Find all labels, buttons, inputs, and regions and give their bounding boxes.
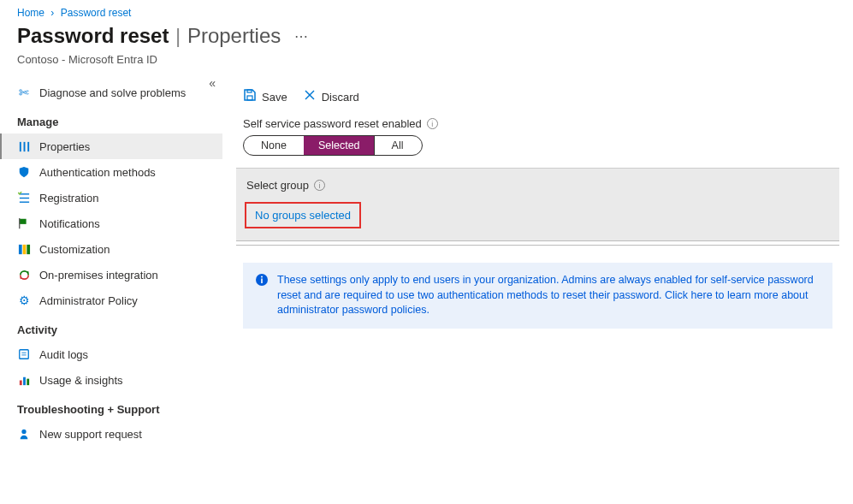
svg-rect-15 xyxy=(23,377,26,384)
sidebar-item-label: Notifications xyxy=(39,217,100,230)
select-group-section: Select group i No groups selected xyxy=(236,168,839,241)
info-icon[interactable]: i xyxy=(427,118,438,129)
sidebar-item-label: Registration xyxy=(39,192,98,205)
section-manage: Manage xyxy=(0,105,222,133)
support-icon xyxy=(17,427,31,441)
svg-rect-0 xyxy=(19,141,21,151)
sidebar-item-usage-insights[interactable]: Usage & insights xyxy=(0,367,222,393)
sync-icon xyxy=(17,268,31,282)
palette-icon xyxy=(17,242,31,256)
sidebar-item-label: Audit logs xyxy=(39,348,88,361)
svg-rect-10 xyxy=(27,244,30,253)
wrench-icon: ✄ xyxy=(17,86,31,99)
page-header: Password reset | Properties ⋯ xyxy=(0,22,853,53)
sidebar-item-diagnose[interactable]: ✄ Diagnose and solve problems xyxy=(0,80,222,105)
svg-rect-14 xyxy=(19,380,21,385)
svg-rect-9 xyxy=(22,244,26,253)
sspr-option-all[interactable]: All xyxy=(374,136,423,155)
sidebar-item-audit-logs[interactable]: Audit logs xyxy=(0,341,222,367)
svg-point-17 xyxy=(21,430,26,434)
svg-rect-11 xyxy=(20,350,29,359)
more-actions-button[interactable]: ⋯ xyxy=(291,28,311,44)
svg-point-24 xyxy=(261,276,263,278)
svg-rect-2 xyxy=(27,141,29,151)
sidebar-item-registration[interactable]: Registration xyxy=(0,185,222,210)
sspr-option-none[interactable]: None xyxy=(244,136,304,155)
save-label: Save xyxy=(262,91,287,104)
sidebar-item-label: Diagnose and solve problems xyxy=(39,86,186,99)
divider xyxy=(236,245,839,246)
info-icon xyxy=(255,273,269,318)
breadcrumb-current[interactable]: Password reset xyxy=(61,7,132,19)
discard-button[interactable]: Discard xyxy=(303,88,359,105)
gear-icon: ⚙ xyxy=(17,294,31,307)
info-banner-text[interactable]: These settings only apply to end users i… xyxy=(277,273,820,318)
sidebar-item-label: On-premises integration xyxy=(39,269,158,282)
close-icon xyxy=(303,88,317,105)
breadcrumb: Home › Password reset xyxy=(0,0,853,22)
svg-rect-1 xyxy=(23,141,25,151)
info-icon[interactable]: i xyxy=(314,180,325,191)
toolbar: Save Discard xyxy=(236,86,839,116)
sidebar-item-label: Administrator Policy xyxy=(39,294,138,307)
chevron-right-icon: › xyxy=(50,7,54,19)
select-group-label: Select group i xyxy=(245,177,831,197)
sidebar-item-label: New support request xyxy=(39,428,142,441)
svg-rect-6 xyxy=(20,219,27,224)
sidebar-item-label: Authentication methods xyxy=(39,166,156,179)
log-icon xyxy=(17,347,31,361)
main-content: Save Discard Self service password reset… xyxy=(222,76,853,464)
sidebar-item-properties[interactable]: Properties xyxy=(0,133,222,159)
tenant-subtitle: Contoso - Microsoft Entra ID xyxy=(0,53,853,76)
section-activity: Activity xyxy=(0,313,222,341)
sspr-enabled-label: Self service password reset enabled i xyxy=(236,116,839,135)
sidebar-item-admin-policy[interactable]: ⚙ Administrator Policy xyxy=(0,288,222,313)
sidebar: « ✄ Diagnose and solve problems Manage P… xyxy=(0,76,222,464)
sidebar-item-customization[interactable]: Customization xyxy=(0,236,222,262)
shield-icon xyxy=(17,165,31,179)
chart-icon xyxy=(17,373,31,387)
sidebar-item-onprem[interactable]: On-premises integration xyxy=(0,262,222,288)
svg-rect-16 xyxy=(27,378,29,385)
sidebar-item-support[interactable]: New support request xyxy=(0,421,222,447)
svg-rect-19 xyxy=(247,90,252,92)
page-section: Properties xyxy=(187,24,281,47)
page-title: Password reset xyxy=(17,24,169,47)
svg-rect-23 xyxy=(261,279,263,284)
breadcrumb-home[interactable]: Home xyxy=(17,7,44,19)
svg-rect-8 xyxy=(18,244,21,253)
discard-label: Discard xyxy=(322,91,359,104)
save-icon xyxy=(243,88,257,105)
sidebar-item-label: Usage & insights xyxy=(39,374,123,387)
no-groups-selected-link[interactable]: No groups selected xyxy=(255,209,351,222)
checklist-icon xyxy=(17,191,31,205)
sspr-option-selected[interactable]: Selected xyxy=(304,136,374,155)
sliders-icon xyxy=(17,139,31,153)
flag-icon xyxy=(17,216,31,230)
sidebar-item-auth-methods[interactable]: Authentication methods xyxy=(0,159,222,185)
save-button[interactable]: Save xyxy=(243,88,287,105)
sidebar-item-notifications[interactable]: Notifications xyxy=(0,210,222,236)
sidebar-item-label: Customization xyxy=(39,243,110,256)
sspr-enabled-segmented: None Selected All xyxy=(243,135,423,156)
section-troubleshoot: Troubleshooting + Support xyxy=(0,393,222,421)
info-banner: These settings only apply to end users i… xyxy=(243,263,832,329)
sidebar-item-label: Properties xyxy=(39,140,90,153)
collapse-sidebar-button[interactable]: « xyxy=(209,76,216,90)
